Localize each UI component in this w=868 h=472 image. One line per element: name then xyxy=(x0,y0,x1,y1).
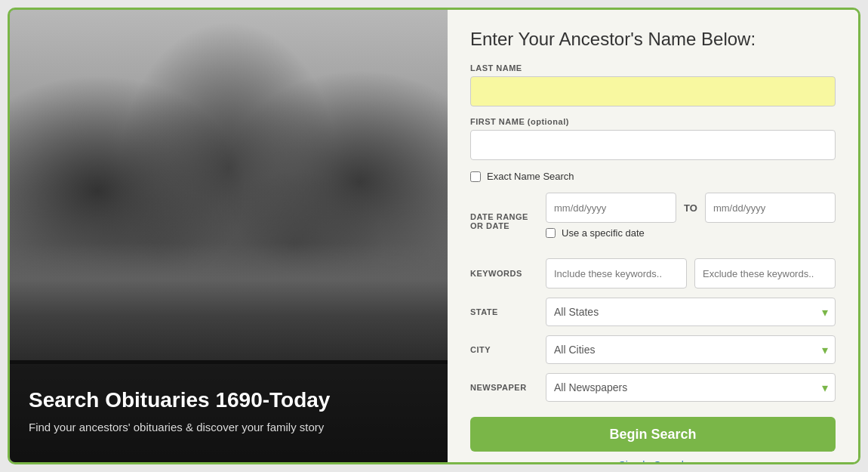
simple-search-link[interactable]: Simple Search xyxy=(470,459,836,462)
last-name-group: LAST NAME xyxy=(470,63,836,106)
left-panel-subheadline: Find your ancestors' obituaries & discov… xyxy=(29,419,429,435)
exact-name-row: Exact Name Search xyxy=(470,171,836,182)
city-label: CITY xyxy=(470,345,538,354)
first-name-input[interactable] xyxy=(470,130,836,160)
right-panel: Enter Your Ancestor's Name Below: LAST N… xyxy=(448,10,858,462)
use-specific-date-row: Use a specific date xyxy=(546,227,836,239)
newspaper-select-wrapper: All Newspapers xyxy=(546,373,836,402)
exclude-keywords-input[interactable] xyxy=(694,258,836,288)
keywords-content xyxy=(546,258,836,288)
first-name-label: FIRST NAME (optional) xyxy=(470,117,836,126)
city-select-wrapper: All Cities xyxy=(546,335,836,364)
first-name-group: FIRST NAME (optional) xyxy=(470,117,836,160)
include-keywords-input[interactable] xyxy=(546,258,687,288)
date-to-input[interactable] xyxy=(705,193,836,223)
exact-name-label: Exact Name Search xyxy=(487,171,574,182)
state-content: All States Alabama Alaska Arizona xyxy=(546,298,836,326)
date-to-label: TO xyxy=(684,202,697,214)
city-row: CITY All Cities xyxy=(470,335,836,364)
state-row: STATE All States Alabama Alaska Arizona xyxy=(470,298,836,326)
left-panel: Search Obituaries 1690-Today Find your a… xyxy=(10,10,448,462)
state-label: STATE xyxy=(470,307,538,316)
newspaper-label: NEWSPAPER xyxy=(470,383,538,392)
keywords-label: KEYWORDS xyxy=(470,269,538,278)
photo-flowers xyxy=(10,243,448,364)
use-specific-date-label: Use a specific date xyxy=(562,227,645,239)
keywords-row: KEYWORDS xyxy=(470,258,836,288)
use-specific-date-checkbox[interactable] xyxy=(546,228,556,238)
state-select[interactable]: All States Alabama Alaska Arizona xyxy=(546,298,836,326)
keywords-fields xyxy=(546,258,836,288)
date-range-row: DATE RANGE OR DATE TO Use a specific dat… xyxy=(470,193,836,249)
last-name-input[interactable] xyxy=(470,76,836,106)
newspaper-select[interactable]: All Newspapers xyxy=(546,373,836,402)
date-row: TO xyxy=(546,193,836,223)
state-select-wrapper: All States Alabama Alaska Arizona xyxy=(546,298,836,326)
form-title: Enter Your Ancestor's Name Below: xyxy=(470,29,836,50)
date-range-label-text: DATE RANGE OR DATE xyxy=(470,212,528,230)
date-from-input[interactable] xyxy=(546,193,676,223)
main-container: Search Obituaries 1690-Today Find your a… xyxy=(8,8,860,464)
city-content: All Cities xyxy=(546,335,836,364)
exact-name-checkbox[interactable] xyxy=(470,171,481,182)
city-select[interactable]: All Cities xyxy=(546,335,836,364)
newspaper-content: All Newspapers xyxy=(546,373,836,402)
last-name-label: LAST NAME xyxy=(470,63,836,72)
date-range-content: TO Use a specific date xyxy=(546,193,836,249)
begin-search-button[interactable]: Begin Search xyxy=(470,417,836,452)
left-panel-headline: Search Obituaries 1690-Today xyxy=(29,387,429,413)
newspaper-row: NEWSPAPER All Newspapers xyxy=(470,373,836,402)
date-range-label: DATE RANGE OR DATE xyxy=(470,212,538,230)
photo-text-overlay: Search Obituaries 1690-Today Find your a… xyxy=(10,360,448,462)
